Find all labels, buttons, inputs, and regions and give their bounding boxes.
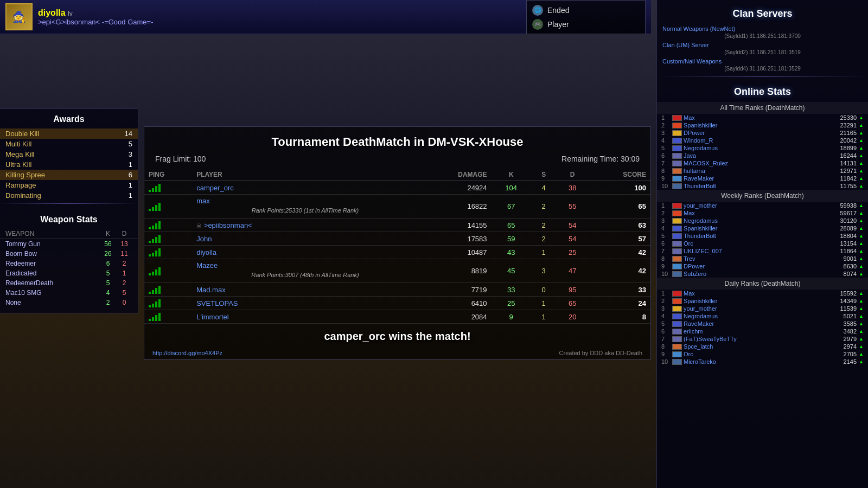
player-name[interactable]: SVETLOPAS (196, 299, 238, 307)
rank-number: 7 (661, 336, 672, 342)
player-name[interactable]: >epiibsonman< (204, 221, 252, 229)
rank-player-name[interactable]: Spanishkiller (684, 122, 835, 129)
player-damage: 16822 (418, 195, 492, 219)
player-suicides: 0 (531, 283, 557, 297)
rank-player-score: 9001 (835, 255, 857, 262)
rank-player-score: 12971 (835, 168, 857, 174)
weapon-col-header: WEAPON (5, 230, 100, 237)
clan-server-addr: (SayIdd4) 31.186.251.181:3529 (657, 65, 868, 74)
player-name[interactable]: L'immortel (196, 313, 229, 321)
rank-player-name[interactable]: UKLIZEC_007 (684, 248, 835, 254)
rank-player-name[interactable]: your_mother (684, 202, 835, 209)
ping-bar (152, 304, 154, 307)
rank-flag (672, 336, 682, 342)
rank-number: 10 (661, 183, 672, 189)
awards-list: Double Kill 14 Multi Kill 5 Mega Kill 3 … (0, 129, 138, 201)
rank-player-score: 14131 (835, 160, 857, 166)
rank-player-name[interactable]: Trev (684, 255, 835, 262)
score-table-row: John 17583 59 2 54 57 (144, 232, 650, 246)
rank-player-score: 23291 (835, 122, 857, 129)
player-header: PLAYER (192, 169, 418, 181)
rank-tooltip: Rank Points:3007 (48th in AllTime Rank) (196, 269, 414, 280)
player-damage: 10487 (418, 246, 492, 259)
rank-player-name[interactable]: Negrodamus (684, 217, 835, 224)
rank-arrow-icon: ▲ (859, 138, 864, 143)
rank-flag (672, 256, 682, 262)
player-name[interactable]: max (196, 197, 210, 205)
rank-player-name[interactable]: Orc (684, 351, 835, 357)
weapon-list: Tommy Gun 56 13 Boom Bow 26 11 Redeemer … (0, 239, 138, 307)
rank-player-name[interactable]: (FaT)SweaTyBeTTy (684, 336, 835, 342)
rank-player-name[interactable]: DPower (684, 130, 835, 136)
clan-server-link[interactable]: Clan (UM) Server (657, 41, 868, 49)
ping-bar (155, 223, 157, 229)
score-table-row: Mad.max 7719 33 0 95 33 (144, 283, 650, 297)
rank-player-name[interactable]: Max (684, 290, 835, 297)
rank-player-name[interactable]: your_mother (684, 305, 835, 312)
rank-player-name[interactable]: Spanishkiller (684, 225, 835, 232)
rank-player-name[interactable]: Negrodamus (684, 145, 835, 151)
rank-number: 6 (661, 152, 672, 159)
rank-player-name[interactable]: Max (684, 114, 835, 121)
award-count: 3 (129, 150, 132, 158)
award-name: Mega Kill (5, 150, 34, 158)
player-score: 57 (589, 232, 650, 246)
player-name-cell: max Rank Points:25330 (1st in AllTime Ra… (192, 195, 418, 219)
bottom-bar: http://discord.gg/mo4X4Pz Created by DDD… (144, 347, 650, 359)
rank-player-name[interactable]: hultarna (684, 168, 835, 174)
winner-text: camper_orc wins the match! (144, 324, 650, 347)
rank-arrow-icon: ▲ (859, 153, 864, 158)
rank-player-name[interactable]: Java (684, 152, 835, 159)
clan-server-link[interactable]: Normal Weapons (NewNet) (657, 25, 868, 33)
rank-player-name[interactable]: MicroTareko (684, 358, 835, 365)
rank-player-name[interactable]: RaveMaker (684, 175, 835, 182)
player-name[interactable]: John (196, 235, 212, 243)
weapon-name: None (5, 299, 100, 306)
rank-list-item: 8 hultarna 12971 ▲ (657, 167, 868, 175)
rank-arrow-icon: ▲ (859, 336, 864, 342)
rank-player-name[interactable]: MACOSX_Rulez (684, 160, 835, 166)
rank-arrow-icon: ▲ (859, 313, 864, 319)
player-suicides: 1 (531, 297, 557, 310)
clan-server-link[interactable]: Custom/Nail Weapons (657, 57, 868, 65)
player-kills: 45 (492, 259, 531, 283)
weapon-row: Boom Bow 26 11 (0, 249, 138, 259)
rank-player-name[interactable]: Spce_latch (684, 343, 835, 350)
ping-bar (158, 313, 161, 321)
player-name[interactable]: Mazee (196, 261, 218, 269)
player-name[interactable]: Mad.max (196, 286, 225, 294)
daily-ranks-list: 1 Max 15592 ▲ 2 Spanishkiller 14349 ▲ 3 … (657, 290, 868, 365)
weapon-deaths: 2 (116, 279, 132, 287)
main-content: Tournament DeathMatch in DM-VSK-XHouse F… (138, 34, 656, 488)
weapon-kills: 6 (100, 260, 116, 267)
player-suicides: 1 (531, 246, 557, 259)
rank-player-score: 3585 (835, 320, 857, 327)
player-name[interactable]: diyolla (196, 248, 216, 256)
rank-player-name[interactable]: ThunderBolt (684, 183, 835, 189)
rank-player-name[interactable]: ThunderBolt (684, 233, 835, 239)
rank-player-name[interactable]: Windom_R (684, 137, 835, 144)
rank-player-name[interactable]: Max (684, 210, 835, 216)
rank-player-name[interactable]: Negrodamus (684, 313, 835, 319)
score-table-row: diyolla 10487 43 1 25 42 (144, 246, 650, 259)
rank-player-score: 2974 (835, 343, 857, 350)
rank-player-name[interactable]: SubZero (684, 271, 835, 277)
player-name[interactable]: camper_orc (196, 184, 234, 192)
rank-player-name[interactable]: Orc (684, 240, 835, 247)
rank-flag (672, 153, 682, 159)
rank-flag (672, 203, 682, 209)
player-damage: 14155 (418, 219, 492, 232)
ping-bar (152, 188, 154, 192)
discord-link[interactable]: http://discord.gg/mo4X4Pz (152, 350, 222, 356)
rank-player-score: 8074 (835, 271, 857, 277)
rank-player-name[interactable]: Spanishkiller (684, 298, 835, 304)
player-avatar: 🧙 (5, 3, 33, 30)
rank-arrow-icon: ▲ (859, 291, 864, 296)
rank-flag (672, 271, 682, 277)
rank-player-name[interactable]: RaveMaker (684, 320, 835, 327)
rank-player-name[interactable]: erlichm (684, 328, 835, 335)
ping-bar (152, 239, 154, 243)
rank-number: 9 (661, 263, 672, 269)
score-table-header-row: PING PLAYER DAMAGE K S D SCORE (144, 169, 650, 181)
rank-player-name[interactable]: DPower (684, 263, 835, 269)
